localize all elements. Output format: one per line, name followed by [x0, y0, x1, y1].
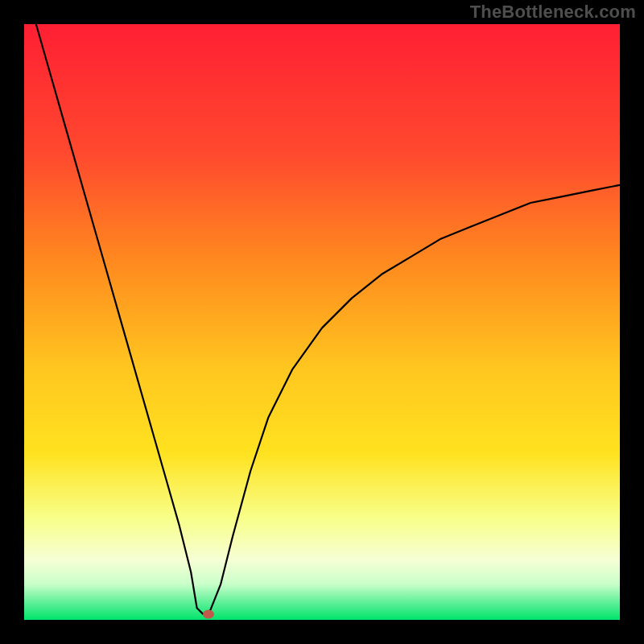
optimal-point-marker [203, 609, 214, 618]
bottleneck-curve [24, 24, 620, 620]
plot-area [24, 24, 620, 620]
chart-frame: TheBottleneck.com [0, 0, 644, 644]
watermark-label: TheBottleneck.com [470, 2, 636, 23]
